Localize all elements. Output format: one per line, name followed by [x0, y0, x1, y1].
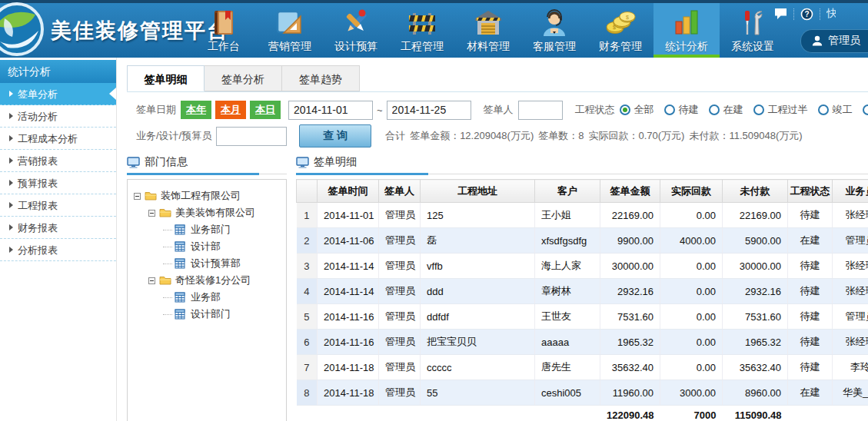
message-bubble-icon[interactable] [774, 8, 787, 21]
date-range-label: 签单日期 [136, 103, 176, 117]
cell: 王世友 [535, 304, 600, 330]
column-header-4[interactable]: 工程地址 [421, 180, 535, 203]
date-from-input[interactable] [288, 101, 373, 120]
column-header-2[interactable]: 签单时间 [318, 180, 379, 203]
help-question-icon[interactable]: ? [800, 8, 813, 21]
column-header-6[interactable]: 签单金额 [600, 180, 660, 203]
summary-item: 未付款：11.509048(万元) [689, 130, 802, 141]
table-row[interactable]: 32014-11-14管理员vffb海上人家30000.000.0030000.… [297, 254, 868, 279]
sidebar-item-label: 财务报表 [18, 217, 58, 239]
cell: 55 [421, 380, 535, 406]
cell: 9900.00 [600, 228, 660, 254]
table-row[interactable]: 12014-11-01管理员125王小姐22169.000.0022169.00… [297, 203, 868, 228]
tree-node-company[interactable]: 美美装饰有限公司 [132, 204, 281, 221]
cell: 张经理 [833, 279, 868, 304]
tree-node-department[interactable]: 设计部门 [132, 306, 281, 323]
sidebar-item-2[interactable]: 活动分析 [0, 105, 116, 128]
tree-node-department[interactable]: 业务部 [132, 289, 281, 306]
column-header-1[interactable] [297, 180, 318, 203]
cell: 11960.00 [600, 380, 660, 406]
table-row[interactable]: 22014-11-06管理员磊xfsdfgsdfg9900.004000.005… [297, 228, 868, 254]
tab-2[interactable]: 签单分析 [205, 65, 282, 91]
table-row[interactable]: 72014-11-18管理员ccccc唐先生35632.400.0035632.… [297, 355, 868, 380]
sidebar-item-6[interactable]: 工程报表 [0, 194, 116, 217]
tree-connector [163, 264, 172, 264]
tree-node-company[interactable]: 奇怪装修1分公司 [132, 272, 281, 289]
caret-right-icon [9, 157, 13, 164]
column-header-7[interactable]: 实际回款 [660, 180, 723, 203]
cell: 管理员 [379, 279, 421, 304]
status-option[interactable]: 在建 [709, 103, 743, 117]
cell: 2014-11-16 [318, 330, 379, 355]
nav-item-marketing-ruler[interactable]: 营销管理 [257, 3, 323, 58]
table-row[interactable]: 42014-11-14管理员ddd章树林2932.160.002932.16待建… [297, 279, 868, 304]
column-header-3[interactable]: 签单人 [379, 180, 421, 203]
tab-1[interactable]: 签单明细 [127, 65, 205, 91]
nav-item-workbench-book[interactable]: 工作台 [191, 3, 257, 58]
sidebar-item-label: 预算报表 [18, 172, 58, 194]
nav-item-finance-coins[interactable]: $$财务管理 [587, 3, 653, 58]
nav-item-service-agent[interactable]: 客服管理 [521, 3, 587, 58]
table-row[interactable]: 52014-11-16管理员ddfdf王世友7531.600.007531.60… [297, 304, 868, 330]
sidebar-item-4[interactable]: 营销报表 [0, 150, 116, 172]
column-header-5[interactable]: 客户 [535, 180, 600, 203]
sidebar-item-1[interactable]: 签单分析 [0, 83, 116, 105]
sidebar-item-3[interactable]: 工程成本分析 [0, 128, 116, 150]
nav-item-design-pencil[interactable]: 设计预算 [323, 3, 389, 58]
nav-item-stats-chart[interactable]: 统计分析 [653, 3, 720, 58]
date-to-input[interactable] [387, 101, 471, 120]
cell: 2932.16 [600, 279, 660, 304]
user-button[interactable]: 管理员 [800, 29, 868, 53]
status-option[interactable]: 质保到期 [863, 103, 868, 117]
cell: 管理员 [833, 304, 868, 330]
tree-node-company[interactable]: 装饰工程有限公司 [132, 187, 281, 204]
department-panel-title: 部门信息 [145, 155, 188, 169]
cell: 4 [297, 279, 318, 304]
quick-range-button[interactable]: 本月 [215, 101, 246, 119]
column-header-10[interactable]: 业务员 [833, 180, 868, 203]
table-row[interactable]: 62014-11-16管理员把宝宝贝贝aaaaa1965.320.001965.… [297, 330, 868, 355]
cell: 张经理 [833, 330, 868, 355]
collapse-toggle-icon[interactable] [148, 210, 155, 217]
status-option[interactable]: 竣工 [818, 103, 853, 117]
svg-text:$: $ [626, 15, 629, 20]
tree-node-label: 奇怪装修1分公司 [175, 273, 251, 287]
tab-3[interactable]: 签单趋势 [282, 65, 360, 91]
cell: ddd [421, 279, 535, 304]
column-header-9[interactable]: 工程状态 [788, 180, 833, 203]
status-option[interactable]: 待建 [664, 103, 699, 117]
table-row[interactable]: 82014-11-18管理员55ceshi00511960.003000.008… [297, 380, 868, 406]
department-panel-header: 部门信息 [127, 155, 287, 174]
nav-item-project-barrier[interactable]: 工程管理 [389, 3, 455, 58]
cell: 5 [297, 304, 318, 330]
panels-row: 部门信息 装饰工程有限公司美美装饰有限公司业务部门设计部设计预算部奇怪装修1分公… [127, 155, 868, 421]
nav-item-label: 营销管理 [268, 40, 311, 54]
quick-range-button[interactable]: 本日 [250, 101, 281, 119]
quick-range-buttons: 本年本月本日 [181, 101, 284, 119]
collapse-toggle-icon[interactable] [148, 277, 155, 284]
quick-range-button[interactable]: 本年 [181, 101, 211, 119]
status-option[interactable]: 全部 [620, 103, 654, 117]
signer-input[interactable] [518, 101, 563, 120]
tree-node-department[interactable]: 设计部 [132, 238, 281, 255]
filter-panel: 签单日期 本年本月本日 ~ 签单人 工程状态 全部待建在建工程过半竣工质保到期 … [127, 92, 868, 149]
tree-node-department[interactable]: 设计预算部 [132, 255, 281, 272]
sidebar-item-5[interactable]: 预算报表 [0, 172, 116, 194]
sidebar-item-8[interactable]: 分析报表 [0, 239, 116, 261]
filter-row-2: 业务/设计/预算员 查 询 合计签单金额：12.209048(万元)签单数：8实… [136, 124, 868, 148]
totals-cell [318, 406, 379, 421]
query-button[interactable]: 查 询 [299, 124, 371, 148]
column-header-8[interactable]: 未付款 [723, 180, 788, 203]
tree-node-label: 装饰工程有限公司 [161, 189, 241, 203]
staff-input[interactable] [216, 127, 287, 146]
collapse-toggle-icon[interactable] [134, 193, 141, 200]
cell: 0.00 [660, 355, 723, 380]
summary-item: 签单金额：12.209048(万元) [410, 130, 534, 141]
main-content: 签单明细签单分析签单趋势 签单日期 本年本月本日 ~ 签单人 工程状态 全部待建… [117, 58, 868, 421]
sidebar-item-7[interactable]: 财务报表 [0, 217, 116, 239]
status-option-label: 全部 [634, 103, 654, 117]
status-option[interactable]: 工程过半 [753, 103, 808, 117]
tree-node-department[interactable]: 业务部门 [132, 221, 281, 238]
nav-item-material-warehouse[interactable]: 材料管理 [455, 3, 521, 58]
signer-label: 签单人 [484, 103, 514, 117]
